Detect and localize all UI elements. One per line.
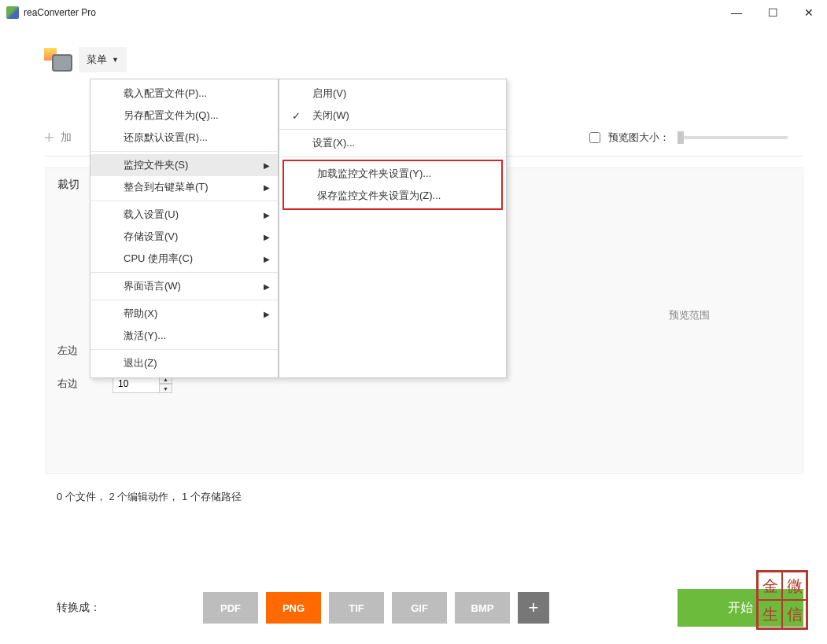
format-tif-label: TIF (349, 602, 364, 614)
spin-down-icon[interactable]: ▼ (160, 384, 172, 393)
convert-to-label: 转换成： (57, 601, 101, 615)
crop-left-label: 左边 (57, 344, 89, 358)
submenu-save-watch-settings-as[interactable]: 保存监控文件夹设置为(Z)... (284, 185, 501, 207)
submenu-load-watch-settings[interactable]: 加载监控文件夹设置(Y)... (284, 163, 501, 185)
status-files: 0 个文件， (57, 491, 106, 502)
format-gif-label: GIF (411, 602, 428, 614)
add-action-label: 加 (61, 131, 72, 145)
menu-activate[interactable]: 激活(Y)... (90, 325, 278, 347)
menu-context-menu[interactable]: 整合到右键菜单(T)▶ (90, 176, 278, 198)
submenu-settings[interactable]: 设置(X)... (279, 132, 506, 154)
chevron-right-icon: ▶ (264, 183, 270, 192)
menu-separator (279, 156, 506, 157)
menu-separator (90, 201, 278, 201)
chevron-down-icon: ▼ (112, 56, 119, 64)
mi-label: 设置(X)... (312, 136, 355, 150)
mi-label: 激活(Y)... (124, 329, 166, 343)
chevron-right-icon: ▶ (264, 282, 270, 291)
mi-label: CPU 使用率(C) (124, 252, 193, 266)
preview-scope-label: 预览范围 (669, 308, 710, 322)
mi-label: 保存监控文件夹设置为(Z)... (317, 189, 441, 203)
menu-separator (90, 300, 278, 300)
format-bmp[interactable]: BMP (455, 592, 510, 624)
minimize-button[interactable]: — (718, 0, 755, 25)
watermark-stamp: 金微生信 (756, 570, 808, 630)
chevron-right-icon: ▶ (264, 310, 270, 318)
mi-label: 还原默认设置(R)... (124, 131, 208, 145)
window-title: reaConverter Pro (24, 7, 718, 18)
mi-label: 加载监控文件夹设置(Y)... (317, 167, 431, 181)
mi-label: 关闭(W) (312, 109, 349, 123)
chevron-right-icon: ▶ (264, 255, 270, 263)
format-png[interactable]: PNG (266, 592, 321, 624)
menu-separator (90, 349, 278, 350)
format-png-label: PNG (282, 602, 305, 614)
mi-label: 整合到右键菜单(T) (124, 180, 209, 194)
menu-load-settings[interactable]: 载入设置(U)▶ (90, 204, 278, 226)
submenu-disable[interactable]: 关闭(W) (279, 105, 506, 127)
menu-separator (90, 272, 278, 273)
app-icon (6, 6, 19, 19)
main-toolbar: 菜单 ▼ (0, 25, 827, 79)
watch-folder-submenu: 启用(V) 关闭(W) 设置(X)... 加载监控文件夹设置(Y)... 保存监… (279, 79, 507, 378)
chevron-right-icon: ▶ (264, 211, 270, 219)
format-pdf-label: PDF (220, 602, 241, 614)
format-pdf[interactable]: PDF (203, 592, 258, 624)
mi-label: 帮助(X) (124, 307, 157, 321)
menu-help[interactable]: 帮助(X)▶ (90, 303, 278, 325)
menu-watch-folder[interactable]: 监控文件夹(S)▶ (90, 154, 278, 176)
start-button-label: 开始 (728, 600, 753, 616)
close-button[interactable]: ✕ (791, 0, 827, 25)
preview-size-control: 预览图大小： (589, 131, 788, 145)
menu-cpu-usage[interactable]: CPU 使用率(C)▶ (90, 248, 278, 270)
chevron-right-icon: ▶ (264, 161, 270, 170)
window-titlebar: reaConverter Pro — ☐ ✕ (0, 0, 827, 25)
submenu-enable[interactable]: 启用(V) (279, 83, 506, 105)
menu-restore-defaults[interactable]: 还原默认设置(R)... (90, 127, 278, 149)
mi-label: 退出(Z) (124, 356, 157, 370)
main-menu-dropdown: 载入配置文件(P)... 另存配置文件为(Q)... 还原默认设置(R)... … (90, 79, 279, 378)
preview-size-checkbox[interactable] (589, 132, 600, 143)
menu-save-settings[interactable]: 存储设置(V)▶ (90, 226, 278, 248)
status-line: 0 个文件， 2 个编辑动作， 1 个存储路径 (0, 474, 827, 504)
app-logo-icon (44, 48, 72, 72)
status-actions: 2 个编辑动作， (109, 491, 179, 502)
slider-thumb[interactable] (677, 131, 684, 144)
menu-button-label: 菜单 (87, 53, 107, 67)
status-paths: 1 个存储路径 (182, 491, 242, 502)
preview-size-slider[interactable] (677, 136, 788, 139)
bottom-bar: 转换成： PDF PNG TIF GIF BMP + 开始 (0, 589, 827, 627)
format-gif[interactable]: GIF (392, 592, 447, 624)
mi-label: 载入设置(U) (124, 208, 179, 222)
preview-size-label: 预览图大小： (608, 131, 670, 145)
mi-label: 启用(V) (312, 86, 346, 101)
menu-save-profile-as[interactable]: 另存配置文件为(Q)... (90, 105, 278, 127)
plus-icon: + (44, 127, 54, 148)
menu-dropdown-layer: 载入配置文件(P)... 另存配置文件为(Q)... 还原默认设置(R)... … (90, 79, 507, 378)
crop-right-label: 右边 (57, 377, 89, 391)
window-controls: — ☐ ✕ (718, 0, 827, 25)
mi-label: 界面语言(W) (124, 279, 181, 293)
format-bmp-label: BMP (471, 602, 494, 614)
mi-label: 另存配置文件为(Q)... (124, 109, 219, 123)
menu-exit[interactable]: 退出(Z) (90, 352, 278, 374)
add-action-button[interactable]: + 加 (44, 127, 72, 148)
chevron-right-icon: ▶ (264, 233, 270, 241)
mi-label: 存储设置(V) (124, 230, 178, 244)
mi-label: 监控文件夹(S) (124, 158, 188, 172)
menu-ui-language[interactable]: 界面语言(W)▶ (90, 275, 278, 297)
highlighted-box: 加载监控文件夹设置(Y)... 保存监控文件夹设置为(Z)... (282, 160, 503, 210)
menu-separator (90, 151, 278, 152)
format-tif[interactable]: TIF (329, 592, 384, 624)
menu-separator (279, 129, 506, 130)
menu-button[interactable]: 菜单 ▼ (79, 47, 127, 72)
mi-label: 载入配置文件(P)... (124, 86, 207, 101)
menu-load-profile[interactable]: 载入配置文件(P)... (90, 83, 278, 105)
maximize-button[interactable]: ☐ (755, 0, 791, 25)
preview-area: 预览范围 (587, 176, 792, 454)
add-format-button[interactable]: + (518, 592, 549, 624)
